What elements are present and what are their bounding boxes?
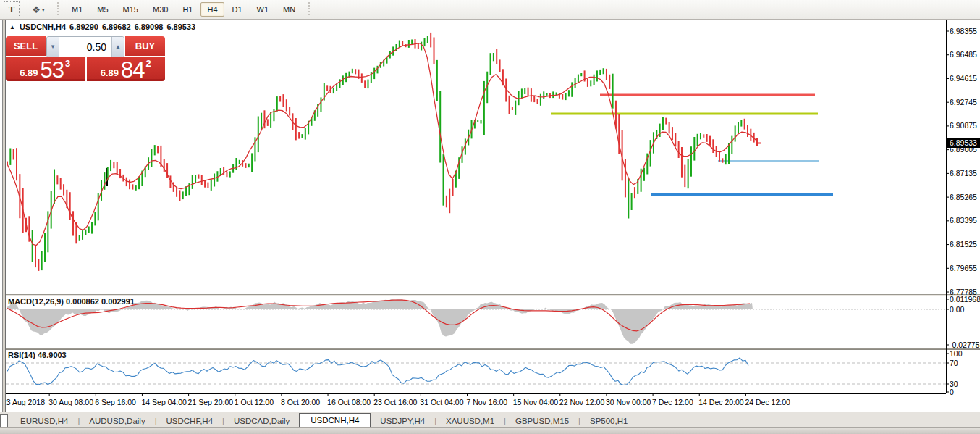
price-axis-label: 6.92745: [950, 98, 977, 107]
double-diamond-icon: ❖: [32, 4, 41, 15]
macd-axis-label: -0.027758: [950, 341, 980, 349]
rsi-axis-label: 0: [950, 388, 954, 396]
timeframe-mn[interactable]: MN: [276, 2, 302, 17]
ohlc-open: 6.89290: [69, 22, 98, 31]
collapse-arrow-icon[interactable]: ▲: [9, 24, 15, 30]
price-axis-label: 6.90875: [950, 121, 977, 130]
ohlc-high: 6.89682: [102, 22, 131, 31]
rsi-indicator-label: RSI(14) 46.9003: [8, 351, 67, 359]
sell-price-prefix: 6.89: [20, 66, 38, 80]
status-bar: [0, 427, 980, 434]
macd-plot: [6, 299, 946, 344]
volume-control: ▼ 0.50 ▲: [46, 36, 124, 57]
buy-price-sup: 2: [146, 58, 151, 69]
price-axis-label: 6.83395: [950, 216, 977, 225]
rsi-plot: [6, 358, 946, 385]
chart-symbol-period: USDCNH,H4: [20, 22, 66, 31]
rsi-axis-label: 100: [950, 349, 963, 358]
tab-scroll-stub: [0, 414, 8, 427]
time-axis-label: 22 Nov 12:00: [559, 398, 604, 406]
tab-usdcad-daily[interactable]: USDCAD,Daily: [224, 414, 299, 427]
text-label-tool-button[interactable]: T: [4, 1, 20, 17]
sell-button[interactable]: SELL: [6, 36, 46, 56]
timeframe-h4[interactable]: H4: [200, 2, 224, 17]
timeframe-m5[interactable]: M5: [90, 2, 114, 17]
time-axis-label: 1 Oct 12:00: [235, 398, 274, 406]
price-axis-label: 6.87135: [950, 169, 977, 178]
price-axis-label: 6.85265: [950, 193, 977, 201]
cycle-symbols-button[interactable]: ❖ ▾: [25, 1, 51, 17]
timeframe-m30[interactable]: M30: [146, 2, 174, 17]
sell-price-big: 53: [41, 59, 64, 80]
volume-increase-button[interactable]: ▲: [111, 37, 124, 57]
volume-input[interactable]: 0.50: [59, 37, 111, 57]
time-axis: 23 Aug 201830 Aug 08:006 Sep 16:0014 Sep…: [0, 398, 948, 408]
timeframe-d1[interactable]: D1: [226, 2, 249, 17]
window-frame-left: [0, 20, 6, 412]
time-axis-label: 24 Dec 12:00: [745, 398, 790, 406]
sell-price-display[interactable]: 6.89533: [6, 57, 85, 81]
volume-decrease-button[interactable]: ▼: [47, 37, 59, 57]
price-axis-label: 6.94615: [950, 74, 977, 83]
time-axis-label: 30 Nov 00:00: [606, 398, 651, 406]
time-axis-label: 6 Sep 16:00: [95, 398, 136, 406]
one-click-trading-panel: SELL ▼ 0.50 ▲ BUY 6.89533 6.89842: [6, 36, 165, 82]
tab-usdcnh-h4[interactable]: USDCNH,H4: [299, 413, 371, 428]
timeframe-toolbar: M1M5M15M30H1H4D1W1MN: [65, 2, 302, 17]
time-axis-label: 8 Oct 20:00: [281, 398, 320, 406]
timeframe-m1[interactable]: M1: [65, 2, 89, 17]
terminal-window: T ❖ ▾ M1M5M15M30H1H4D1W1MN ▲ USDCNH,H4 6…: [0, 0, 980, 434]
current-price-badge: 6.89533: [946, 138, 980, 148]
macd-name: MACD(12,26,9): [8, 297, 64, 306]
dropdown-caret-icon: ▾: [42, 7, 45, 13]
rsi-line: [7, 358, 748, 385]
time-axis-label: 7 Nov 16:00: [467, 398, 508, 406]
tab-eurusd-h4[interactable]: EURUSD,H4: [11, 414, 77, 427]
tab-audusd-daily[interactable]: AUDUSD,Daily: [80, 414, 154, 427]
buy-price-display[interactable]: 6.89842: [87, 57, 166, 81]
toolbar-grip: [306, 2, 311, 17]
timeframe-m15[interactable]: M15: [117, 2, 145, 17]
chart-title: ▲ USDCNH,H4 6.89290 6.89682 6.89098 6.89…: [9, 22, 195, 31]
chart-tabs-bar: EURUSD,H4|AUDUSD,Daily|USDCHF,H4|USDCAD,…: [0, 412, 980, 427]
macd-indicator-label: MACD(12,26,9) 0.000862 0.002991: [8, 297, 135, 306]
tab-gbpusd-m15[interactable]: GBPUSD,M15: [506, 414, 578, 427]
price-axis-label: 6.81525: [950, 240, 977, 249]
time-axis-label: 30 Aug 08:00: [48, 398, 93, 406]
ohlc-low: 6.89098: [135, 22, 164, 31]
time-axis-label: 23 Aug 2018: [2, 398, 45, 406]
tab-sp500-h1[interactable]: SP500,H1: [580, 414, 637, 427]
time-axis-label: 14 Dec 20:00: [698, 398, 743, 406]
time-axis-label: 21 Sep 20:00: [188, 398, 233, 406]
horizontal-trendlines: [107, 95, 833, 194]
time-axis-label: 7 Dec 12:00: [652, 398, 693, 406]
macd-axis-label: 0.00: [950, 305, 964, 314]
toolbar-grip: [56, 2, 61, 17]
tab-xauusd-m1[interactable]: XAUUSD,M1: [436, 414, 504, 427]
timeframe-w1[interactable]: W1: [250, 2, 276, 17]
price-axis-label: 6.79655: [950, 264, 977, 272]
tab-usdjpy-h4[interactable]: USDJPY,H4: [371, 414, 434, 427]
rsi-value: 46.9003: [38, 351, 67, 359]
tab-usdchf-h4[interactable]: USDCHF,H4: [157, 414, 223, 427]
price-axis-label: 6.96485: [950, 50, 977, 59]
time-axis-label: 16 Oct 08:00: [327, 398, 371, 406]
time-axis-label: 15 Nov 04:00: [513, 398, 558, 406]
ohlc-close: 6.89533: [166, 22, 195, 31]
buy-price-prefix: 6.89: [101, 66, 119, 80]
buy-price-big: 84: [121, 59, 144, 80]
macd-values: 0.000862 0.002991: [66, 297, 135, 306]
time-axis-label: 14 Sep 04:00: [141, 398, 186, 406]
buy-button[interactable]: BUY: [125, 36, 165, 56]
rsi-name: RSI(14): [8, 351, 35, 359]
rsi-axis-label: 70: [950, 359, 958, 367]
timeframe-h1[interactable]: H1: [176, 2, 199, 17]
time-axis-label: 23 Oct 16:00: [373, 398, 417, 406]
time-axis-label: 31 Oct 04:00: [420, 398, 463, 406]
price-axis-label: 6.98355: [950, 27, 977, 36]
toolbar: T ❖ ▾ M1M5M15M30H1H4D1W1MN: [0, 0, 980, 20]
sell-price-sup: 3: [65, 58, 70, 69]
macd-axis-label: 0.011968: [950, 295, 980, 304]
